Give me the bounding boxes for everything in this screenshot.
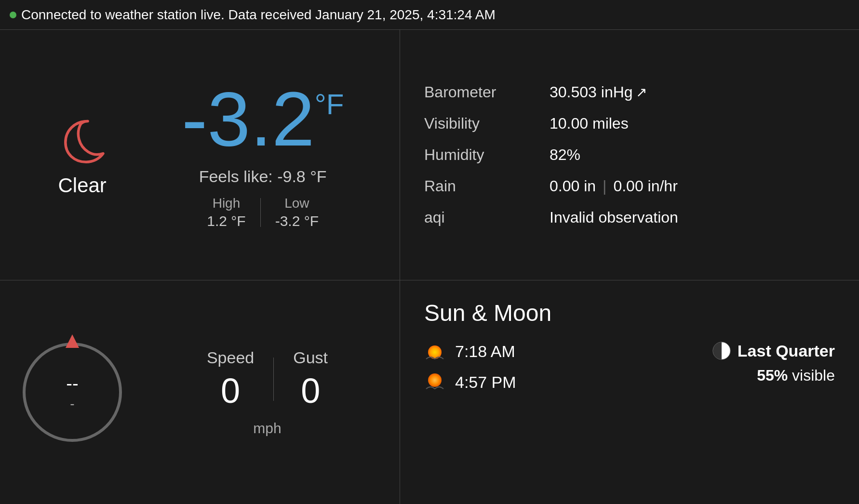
- barometer-value: 30.503 inHg ↗: [550, 83, 647, 101]
- moon-visible-percent: 55%: [757, 367, 788, 384]
- visibility-row: Visibility 10.00 miles: [424, 115, 835, 133]
- visibility-label: Visibility: [424, 115, 550, 133]
- wind-unit: mph: [253, 420, 281, 437]
- high-item: High 1.2 °F: [192, 196, 260, 229]
- speed-gust-display: Speed 0 Gust 0: [154, 348, 380, 411]
- connection-status-dot: [10, 12, 16, 18]
- main-grid: Clear -3.2 °F Feels like: -9.8 °F High 1…: [0, 30, 859, 504]
- moon-phase-display: Last Quarter: [711, 341, 835, 361]
- barometer-trend-icon: ↗: [636, 84, 647, 100]
- speed-value: 0: [221, 371, 240, 411]
- rain-label: Rain: [424, 177, 550, 195]
- weather-details-panel: Barometer 30.503 inHg ↗ Visibility 10.00…: [400, 30, 859, 280]
- barometer-label: Barometer: [424, 83, 550, 101]
- sunrise-time: 7:18 AM: [455, 342, 515, 361]
- sunset-time: 4:57 PM: [455, 373, 516, 392]
- aqi-label: aqi: [424, 209, 550, 226]
- wind-panel: -- - Speed 0 Gust 0 mph: [0, 280, 400, 504]
- rain-row: Rain 0.00 in | 0.00 in/hr: [424, 177, 835, 195]
- humidity-label: Humidity: [424, 146, 550, 164]
- wind-direction-text: --: [66, 373, 78, 394]
- wind-speed-area: Speed 0 Gust 0 mph: [154, 348, 380, 437]
- gust-label: Gust: [293, 348, 328, 367]
- compass-center-text: -- -: [66, 373, 78, 411]
- gust-item: Gust 0: [274, 348, 347, 411]
- sunrise-icon: [424, 341, 445, 362]
- moon-icon: [56, 113, 109, 166]
- wind-direction-arrow: [66, 334, 79, 348]
- rain-divider: |: [603, 177, 606, 195]
- feels-like-text: Feels like: -9.8 °F: [199, 167, 327, 186]
- moon-visible-text: 55% visible: [757, 367, 835, 385]
- aqi-value: Invalid observation: [550, 209, 678, 226]
- temperature-display: -3.2 °F: [182, 80, 344, 158]
- compass-container: -- -: [19, 339, 125, 445]
- wind-direction-sub: -: [66, 396, 78, 411]
- temperature-value: -3.2: [182, 80, 315, 158]
- humidity-value: 82%: [550, 146, 580, 164]
- sunset-row: 4:57 PM: [424, 371, 625, 393]
- sunrise-row: 7:18 AM: [424, 341, 625, 362]
- humidity-row: Humidity 82%: [424, 146, 835, 164]
- weather-main-panel: Clear -3.2 °F Feels like: -9.8 °F High 1…: [0, 30, 400, 280]
- low-value: -3.2 °F: [275, 213, 319, 229]
- high-label: High: [213, 196, 241, 211]
- sun-moon-panel: Sun & Moon: [400, 280, 859, 504]
- moon-phase-label: Last Quarter: [738, 342, 835, 360]
- moon-phase-icon: [711, 341, 732, 361]
- sun-moon-title: Sun & Moon: [424, 300, 835, 326]
- sunset-icon: [424, 371, 445, 393]
- temperature-unit: °F: [315, 90, 344, 119]
- speed-label: Speed: [207, 348, 254, 367]
- moon-info: Last Quarter 55% visible: [634, 341, 835, 385]
- speed-item: Speed 0: [188, 348, 273, 411]
- high-low-display: High 1.2 °F Low -3.2 °F: [192, 196, 333, 229]
- condition-label: Clear: [58, 174, 106, 197]
- barometer-row: Barometer 30.503 inHg ↗: [424, 83, 835, 101]
- svg-point-2: [428, 373, 442, 387]
- condition-area: Clear: [56, 113, 109, 197]
- sun-times: 7:18 AM: [424, 341, 625, 393]
- rain-value: 0.00 in | 0.00 in/hr: [550, 177, 678, 195]
- header: Connected to weather station live. Data …: [0, 0, 859, 30]
- gust-value: 0: [301, 371, 320, 411]
- visibility-value: 10.00 miles: [550, 115, 629, 133]
- sun-moon-grid: 7:18 AM: [424, 341, 835, 393]
- aqi-row: aqi Invalid observation: [424, 209, 835, 226]
- high-value: 1.2 °F: [207, 213, 245, 229]
- low-item: Low -3.2 °F: [261, 196, 333, 229]
- temperature-area: -3.2 °F Feels like: -9.8 °F High 1.2 °F …: [182, 80, 344, 229]
- low-label: Low: [284, 196, 309, 211]
- moon-visible-label: visible: [792, 367, 835, 384]
- connection-status-text: Connected to weather station live. Data …: [21, 7, 496, 23]
